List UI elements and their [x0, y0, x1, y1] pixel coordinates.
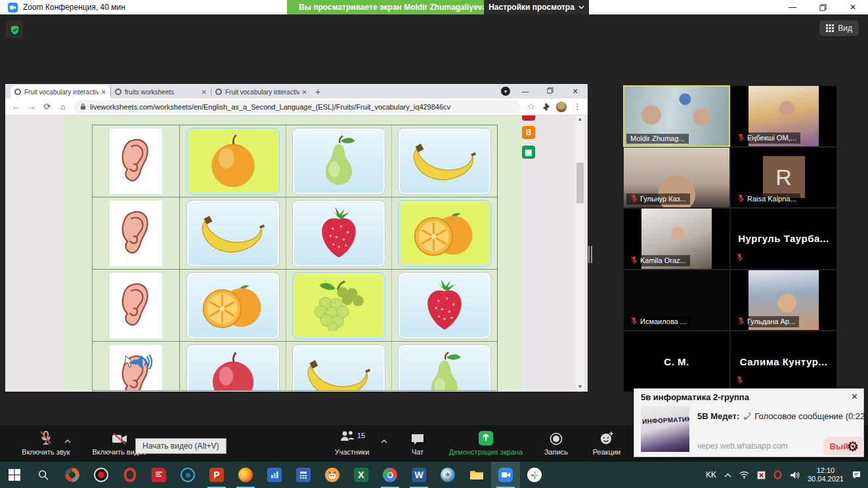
slack-icon[interactable]: [520, 462, 549, 488]
audio-ear-cell[interactable]: [93, 270, 180, 341]
participant-tile[interactable]: С. М.: [624, 331, 729, 392]
fruit-option-cell[interactable]: [180, 197, 286, 269]
fruit-option-cell[interactable]: [286, 197, 391, 269]
audio-options-chevron[interactable]: [64, 434, 71, 446]
language-indicator[interactable]: KK: [706, 470, 716, 479]
fruit-option-cell[interactable]: [391, 270, 497, 341]
browser-tab[interactable]: Fruit vocabulary interactive work✕: [11, 85, 110, 98]
view-settings-button[interactable]: Настройки просмотра: [484, 0, 589, 14]
back-icon[interactable]: ←: [11, 102, 21, 112]
banana-image[interactable]: [399, 129, 490, 194]
word-icon[interactable]: W: [404, 462, 433, 488]
audio-ear-cell[interactable]: [93, 342, 180, 391]
pane-resize-handle[interactable]: [588, 246, 594, 263]
participant-tile[interactable]: Moldir Zhumag...: [624, 86, 729, 146]
browser-minimize-button[interactable]: —: [513, 87, 538, 95]
bookmark-star-icon[interactable]: ☆: [526, 102, 536, 112]
banana-image[interactable]: [293, 345, 385, 392]
speaker-icon[interactable]: [790, 471, 800, 479]
shutter-icon[interactable]: [58, 462, 87, 488]
kundelik-icon[interactable]: ✈: [433, 462, 462, 488]
fruit-option-cell[interactable]: [180, 270, 286, 341]
apple-orange-image[interactable]: [187, 129, 279, 194]
fruit-option-cell[interactable]: [286, 125, 391, 197]
blogger-icon[interactable]: B: [522, 126, 535, 139]
action-center-icon[interactable]: [852, 470, 861, 479]
extensions-icon[interactable]: [542, 102, 551, 112]
participant-tile[interactable]: Исмаилова ...: [624, 270, 729, 331]
browser-menu-icon[interactable]: ⋮: [572, 102, 582, 112]
fruit-option-cell[interactable]: [180, 125, 286, 197]
zoom-taskbar-icon[interactable]: [491, 462, 520, 488]
excel-tray-icon[interactable]: [757, 471, 766, 479]
classroom-icon[interactable]: ▣: [522, 146, 535, 159]
fruit-option-cell[interactable]: [286, 270, 391, 341]
share-screen-button[interactable]: Демонстрация экрана: [443, 428, 529, 456]
audio-ear-cell[interactable]: [93, 197, 180, 269]
reload-icon[interactable]: ⟳: [42, 102, 53, 112]
pear-image[interactable]: [293, 129, 385, 194]
taskbar-clock[interactable]: 12:10 30.04.2021: [808, 466, 844, 483]
tab-close-icon[interactable]: ✕: [202, 89, 207, 96]
browser-scrollbar[interactable]: ▲ ▼: [576, 115, 584, 391]
fruit-option-cell[interactable]: [286, 342, 391, 391]
calculator-icon[interactable]: [289, 462, 318, 488]
wifi-icon[interactable]: [739, 471, 749, 479]
restore-button[interactable]: [808, 0, 838, 14]
participant-tile[interactable]: Гульдана Ар...: [731, 270, 836, 331]
tab-close-icon[interactable]: ✕: [302, 89, 307, 96]
strawberry-image[interactable]: [293, 201, 385, 266]
address-bar[interactable]: liveworksheets.com/worksheets/en/English…: [74, 100, 521, 113]
audio-ear-cell[interactable]: [93, 125, 180, 197]
orange-image[interactable]: [187, 273, 279, 338]
notification-close-icon[interactable]: ✕: [851, 392, 858, 401]
reactions-button[interactable]: Реакции: [588, 428, 625, 456]
browser-tab[interactable]: fruits worksheets✕: [111, 85, 211, 98]
opera-tray-icon[interactable]: [773, 470, 782, 479]
forward-icon[interactable]: →: [26, 102, 37, 112]
banana-image[interactable]: [187, 201, 279, 266]
pinterest-icon[interactable]: [522, 115, 535, 121]
browser-close-button[interactable]: ✕: [563, 87, 588, 96]
recorder-icon[interactable]: [87, 462, 116, 488]
search-icon[interactable]: [29, 462, 58, 488]
new-tab-button[interactable]: +: [311, 85, 324, 98]
start-icon[interactable]: [0, 462, 29, 488]
ispring-icon[interactable]: [173, 462, 202, 488]
view-layout-button[interactable]: Вид: [819, 20, 859, 36]
participant-tile[interactable]: Kamila Oraz...: [624, 209, 729, 269]
smart-notebook-icon[interactable]: [144, 462, 173, 488]
ear-icon[interactable]: [110, 129, 162, 194]
ear-icon[interactable]: [110, 201, 162, 266]
chat-button[interactable]: Чат: [403, 428, 432, 456]
excel-icon[interactable]: X: [347, 462, 376, 488]
pear-image[interactable]: [399, 345, 490, 392]
close-button[interactable]: ✕: [838, 0, 868, 14]
apple-red-image[interactable]: [187, 345, 279, 392]
participant-tile[interactable]: RRaisa Kaipna...: [731, 148, 836, 208]
participants-options-chevron[interactable]: [381, 434, 387, 446]
opera-icon[interactable]: [116, 462, 144, 488]
settings-gear-icon[interactable]: ⚙: [846, 439, 859, 455]
chrome-icon[interactable]: [376, 462, 404, 488]
scrollbar-thumb[interactable]: [576, 163, 584, 203]
fruit-option-cell[interactable]: [391, 342, 497, 391]
firefox-icon[interactable]: [231, 462, 260, 488]
tray-expand-icon[interactable]: [724, 473, 731, 478]
browser-tab[interactable]: Fruit vocabulary interactive work✕: [211, 85, 311, 98]
scroll-down-icon[interactable]: ▼: [576, 383, 584, 391]
home-icon[interactable]: ⌂: [58, 102, 68, 112]
participant-tile[interactable]: Салима Кунтур...: [731, 331, 836, 392]
activinspire-icon[interactable]: [260, 462, 289, 488]
powerpoint-icon[interactable]: P: [202, 462, 231, 488]
fruit-option-cell[interactable]: [180, 342, 286, 391]
fruit-option-cell[interactable]: [391, 197, 497, 269]
participants-button[interactable]: 15 Участники: [328, 428, 376, 456]
orange-image[interactable]: [399, 201, 490, 266]
fruit-option-cell[interactable]: [391, 125, 497, 197]
tab-close-icon[interactable]: ✕: [101, 89, 106, 96]
explorer-icon[interactable]: [462, 462, 491, 488]
minimize-button[interactable]: —: [777, 0, 808, 14]
grapes-image[interactable]: [293, 273, 385, 338]
scroll-up-icon[interactable]: ▲: [576, 115, 584, 123]
